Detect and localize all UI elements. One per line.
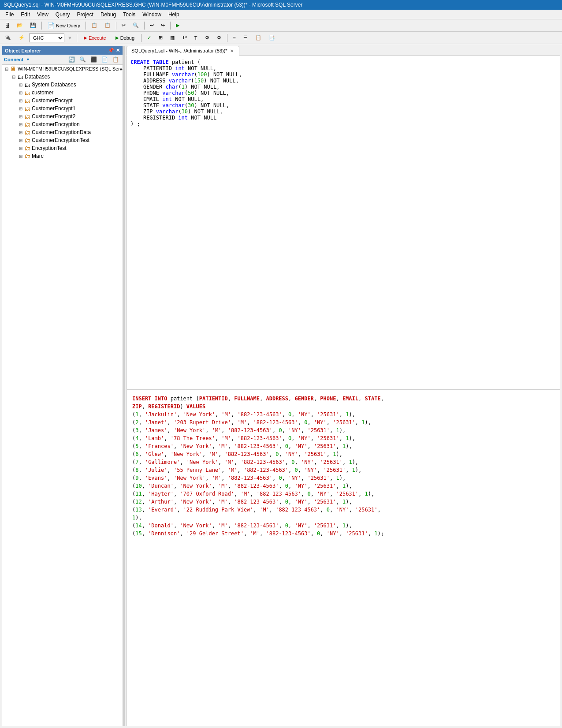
list-button[interactable]: 📋 — [252, 33, 264, 43]
settings-button[interactable]: ⚙ — [202, 33, 212, 43]
checkmark-button[interactable]: ✓ — [144, 33, 154, 43]
vertical-splitter[interactable] — [123, 46, 125, 726]
tree-server-node[interactable]: ⊟ 🖥 WIN-M0FMH59U6CU\SQLEXPRESS (SQL Serv… — [2, 65, 123, 73]
toolbar-2: 🔌 ⚡ GHC ▼ ▶ Execute ▶ Debug ✓ ⊞ ▦ Tᵃ T ⚙… — [0, 32, 562, 44]
oe-toolbar: Connect ▼ 🔄 🔍 ⬛ 📄 📋 — [2, 55, 123, 65]
db-toggle-3: ⊞ — [17, 114, 24, 119]
align-button2[interactable]: ☰ — [240, 33, 251, 43]
settings-button2[interactable]: ⚙ — [214, 33, 224, 43]
menu-query[interactable]: Query — [52, 11, 74, 19]
run-button[interactable]: ▶ — [173, 21, 182, 30]
new-database-button[interactable]: 🗄 — [2, 21, 13, 30]
oe-stop-button[interactable]: ⬛ — [89, 56, 99, 63]
save-button[interactable]: 💾 — [27, 21, 39, 30]
disconnect-button[interactable]: ⚡ — [15, 33, 28, 43]
paste-icon: 📋 — [104, 22, 111, 28]
oe-tree: ⊟ 🖥 WIN-M0FMH59U6CU\SQLEXPRESS (SQL Serv… — [2, 65, 123, 726]
execute-button[interactable]: ▶ Execute — [80, 33, 110, 43]
list-button2[interactable]: 📑 — [266, 33, 278, 43]
sql-create-code: CREATE TABLE patient ( PATIENTID int NOT… — [130, 59, 556, 127]
main-area: Object Explorer 📌 ✕ Connect ▼ 🔄 🔍 ⬛ 📄 📋 … — [0, 44, 562, 728]
grid-button2[interactable]: ▦ — [167, 33, 178, 43]
system-db-toggle: ⊞ — [17, 82, 24, 87]
find-button[interactable]: 🔍 — [130, 21, 142, 30]
format-button2[interactable]: T — [191, 33, 201, 43]
undo-icon: ↩ — [150, 22, 154, 28]
db-icon-6: 🗂 — [24, 137, 30, 144]
oe-filter-button[interactable]: 🔍 — [78, 56, 88, 63]
tree-databases-node[interactable]: ⊟ 🗂 Databases — [2, 73, 123, 81]
tab-label: SQLQuery1.sql - WIN-...\Administrator (5… — [131, 48, 227, 53]
db-icon-0: 🗂 — [24, 89, 30, 96]
align-button1[interactable]: ≡ — [230, 33, 239, 43]
bottom-sql-area[interactable]: INSERT INTO patient (PATIENTID, FULLNAME… — [127, 390, 560, 726]
tree-db-customerencryptiontest[interactable]: ⊞ 🗂 CustomerEncryptionTest — [2, 136, 123, 144]
disconnect-icon: ⚡ — [19, 35, 25, 41]
menu-debug[interactable]: Debug — [97, 11, 119, 19]
redo-icon: ↪ — [161, 22, 165, 28]
connect-button[interactable]: 🔌 — [2, 33, 14, 43]
menu-file[interactable]: File — [2, 11, 17, 19]
tree-db-customerencryptiondata[interactable]: ⊞ 🗂 CustomerEncryptionData — [2, 128, 123, 136]
db-icon-5: 🗂 — [24, 129, 30, 136]
db-label-8: Marc — [32, 153, 44, 159]
menu-tools[interactable]: Tools — [119, 11, 139, 19]
separator-1 — [41, 22, 42, 30]
tree-db-marc[interactable]: ⊞ 🗂 Marc — [2, 152, 123, 160]
tree-system-databases[interactable]: ⊞ 🗂 System Databases — [2, 81, 123, 89]
align-icon2: ☰ — [243, 35, 248, 41]
tree-db-customer[interactable]: ⊞ 🗂 customer — [2, 89, 123, 97]
copy-icon: 📋 — [91, 22, 97, 28]
db-label-6: CustomerEncryptionTest — [32, 137, 89, 143]
oe-refresh-button[interactable]: 🔄 — [67, 56, 77, 63]
menu-project[interactable]: Project — [74, 11, 97, 19]
undo-button[interactable]: ↩ — [147, 21, 157, 30]
grid-button1[interactable]: ⊞ — [156, 33, 166, 43]
databases-label: Databases — [25, 74, 50, 80]
format-button1[interactable]: Tᵃ — [179, 33, 190, 43]
sql-tab[interactable]: SQLQuery1.sql - WIN-...\Administrator (5… — [127, 46, 239, 56]
db-icon-4: 🗂 — [24, 121, 30, 128]
open-icon: 📂 — [17, 22, 23, 28]
oe-properties-button[interactable]: 📋 — [111, 56, 121, 63]
menu-bar: File Edit View Query Project Debug Tools… — [0, 10, 562, 19]
tab-close-button[interactable]: ✕ — [229, 49, 234, 53]
menu-window[interactable]: Window — [139, 11, 165, 19]
separator-8 — [227, 34, 227, 42]
tree-db-encryptiontest[interactable]: ⊞ 🗂 EncryptionTest — [2, 144, 123, 152]
copy-button[interactable]: 📋 — [88, 21, 100, 30]
db-toggle-7: ⊞ — [17, 146, 24, 151]
db-label-7: EncryptionTest — [32, 145, 67, 151]
oe-new-button[interactable]: 📄 — [100, 56, 110, 63]
menu-view[interactable]: View — [33, 11, 52, 19]
find-icon: 🔍 — [133, 22, 139, 28]
toolbar-1: 🗄 📂 💾 📄 New Query 📋 📋 ✂ 🔍 ↩ ↪ ▶ — [0, 19, 562, 32]
debug-button[interactable]: ▶ Debug — [112, 33, 138, 43]
tree-db-customerencrypt[interactable]: ⊞ 🗂 CustomerEncrypt — [2, 97, 123, 105]
oe-connect-label: Connect — [4, 57, 25, 62]
menu-help[interactable]: Help — [165, 11, 183, 19]
title-bar: SQLQuery1.sql - WIN-M0FMH59U6CU\SQLEXPRE… — [0, 0, 562, 10]
tree-db-customerencrypt2[interactable]: ⊞ 🗂 CustomerEncrypt2 — [2, 112, 123, 120]
db-toggle-4: ⊞ — [17, 122, 24, 127]
tree-db-customerencrypt1[interactable]: ⊞ 🗂 CustomerEncrypt1 — [2, 105, 123, 112]
db-toggle-2: ⊞ — [17, 106, 24, 111]
list-icon2: 📑 — [269, 35, 275, 41]
open-button[interactable]: 📂 — [14, 21, 26, 30]
check-icon: ✓ — [147, 35, 151, 41]
server-icon: 🖥 — [10, 65, 16, 72]
insert-sql-code: INSERT INTO patient (PATIENTID, FULLNAME… — [132, 395, 555, 538]
tree-db-customerencryption[interactable]: ⊞ 🗂 CustomerEncryption — [2, 120, 123, 128]
oe-pin-icon[interactable]: 📌 — [108, 48, 114, 53]
oe-connect-dropdown-icon[interactable]: ▼ — [26, 57, 30, 62]
format-icon1: Tᵃ — [182, 35, 187, 41]
server-label: WIN-M0FMH59U6CU\SQLEXPRESS (SQL Server 1… — [18, 66, 123, 71]
code-editor[interactable]: CREATE TABLE patient ( PATIENTID int NOT… — [127, 56, 560, 390]
menu-edit[interactable]: Edit — [17, 11, 33, 19]
oe-close-icon[interactable]: ✕ — [116, 48, 120, 53]
paste-button[interactable]: 📋 — [101, 21, 114, 30]
redo-button[interactable]: ↪ — [158, 21, 168, 30]
new-query-button[interactable]: 📄 New Query — [44, 21, 83, 30]
database-selector[interactable]: GHC — [29, 34, 64, 42]
cut-button[interactable]: ✂ — [119, 21, 129, 30]
